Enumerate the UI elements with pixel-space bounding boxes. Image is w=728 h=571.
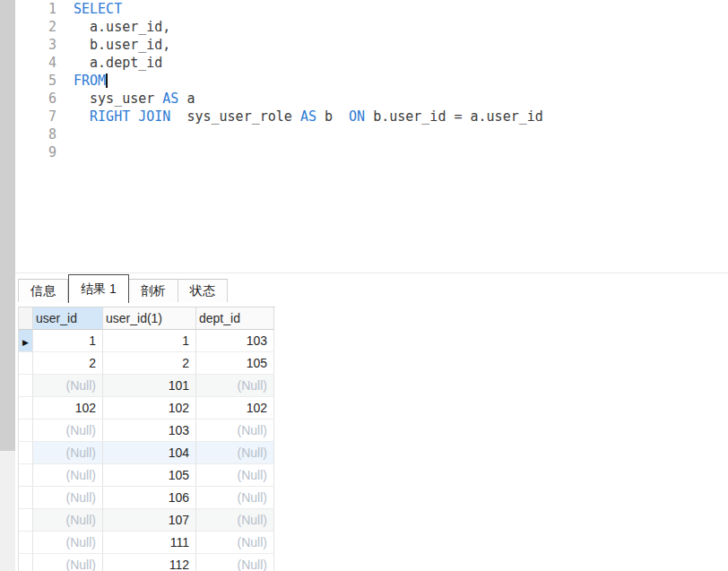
grid-cell[interactable]: (Null) bbox=[196, 442, 274, 464]
table-row-9: (Null)107(Null) bbox=[19, 509, 275, 532]
code-text bbox=[56, 125, 74, 143]
line-number: 3 bbox=[15, 36, 56, 54]
grid-cell[interactable]: (Null) bbox=[33, 375, 103, 397]
row-selector[interactable]: ▶ bbox=[19, 330, 33, 352]
grid-cell[interactable]: (Null) bbox=[196, 509, 274, 532]
row-selector[interactable] bbox=[19, 554, 33, 571]
grid-cell[interactable]: (Null) bbox=[196, 554, 274, 571]
line-number: 5 bbox=[15, 72, 56, 90]
code-line-5: 5FROM bbox=[15, 72, 728, 90]
grid-cell[interactable]: 112 bbox=[103, 554, 196, 571]
current-row-marker-icon: ▶ bbox=[22, 338, 29, 347]
grid-cell[interactable]: 104 bbox=[103, 442, 196, 464]
row-selector[interactable] bbox=[19, 442, 33, 464]
grid-cell[interactable]: (Null) bbox=[196, 375, 274, 397]
code-line-9: 9 bbox=[15, 143, 728, 161]
code-text: SELECT bbox=[56, 0, 122, 18]
grid-cell[interactable]: (Null) bbox=[33, 442, 103, 464]
sql-identifier: sys_user bbox=[74, 91, 162, 107]
grid-cell[interactable]: 2 bbox=[33, 352, 103, 375]
grid-cell[interactable]: 102 bbox=[103, 397, 196, 420]
grid-cell[interactable]: (Null) bbox=[196, 487, 274, 509]
sql-identifier: b.user_id = a.user_id bbox=[365, 108, 543, 125]
table-row-11: (Null)112(Null) bbox=[19, 554, 275, 571]
row-selector[interactable] bbox=[19, 397, 33, 420]
grid-cell[interactable]: 103 bbox=[103, 420, 196, 442]
code-line-8: 8 bbox=[15, 125, 728, 143]
sql-keyword: SELECT bbox=[74, 1, 122, 17]
sql-editor[interactable]: 1SELECT2 a.user_id,3 b.user_id,4 a.dept_… bbox=[15, 0, 728, 273]
grid-cell[interactable]: 111 bbox=[103, 532, 196, 554]
sql-keyword: RIGHT JOIN bbox=[90, 108, 170, 125]
app-window: 1SELECT2 a.user_id,3 b.user_id,4 a.dept_… bbox=[0, 0, 728, 571]
tab-info[interactable]: 信息 bbox=[18, 279, 68, 302]
row-selector[interactable] bbox=[19, 487, 33, 509]
code-line-2: 2 a.user_id, bbox=[15, 18, 728, 36]
code-text: RIGHT JOIN sys_user_role AS b ON b.user_… bbox=[56, 108, 543, 125]
table-row-1: ▶11103 bbox=[19, 330, 275, 352]
row-selector[interactable] bbox=[19, 509, 33, 532]
table-row-6: (Null)104(Null) bbox=[19, 442, 275, 464]
tab-profile[interactable]: 剖析 bbox=[129, 279, 178, 302]
code-text: FROM bbox=[56, 72, 108, 90]
sql-identifier: a bbox=[178, 91, 195, 107]
grid-cell[interactable]: 106 bbox=[103, 487, 196, 509]
grid-cell[interactable]: 101 bbox=[103, 375, 196, 397]
line-number: 4 bbox=[15, 54, 56, 72]
code-text: sys_user AS a bbox=[56, 90, 195, 108]
code-line-7: 7 RIGHT JOIN sys_user_role AS b ON b.use… bbox=[15, 108, 728, 125]
grid-header-row: user_iduser_id(1)dept_id bbox=[19, 307, 275, 330]
row-selector[interactable] bbox=[19, 352, 33, 375]
grid-cell[interactable]: (Null) bbox=[196, 532, 274, 554]
left-edge-strip-bottom bbox=[0, 451, 15, 571]
column-header-dept_id[interactable]: dept_id bbox=[196, 307, 274, 330]
sql-keyword: FROM bbox=[74, 73, 106, 89]
code-text: b.user_id, bbox=[56, 36, 170, 54]
grid-cell[interactable]: 1 bbox=[33, 330, 103, 352]
table-row-5: (Null)103(Null) bbox=[19, 420, 275, 442]
grid-cell[interactable]: (Null) bbox=[33, 464, 103, 487]
pane-divider bbox=[15, 273, 728, 273]
tab-result-1[interactable]: 结果 1 bbox=[68, 274, 129, 303]
grid-cell[interactable]: 107 bbox=[103, 509, 196, 532]
code-text: a.dept_id bbox=[56, 54, 162, 72]
column-header-user_id(1)[interactable]: user_id(1) bbox=[103, 307, 196, 330]
left-edge-strip bbox=[0, 0, 15, 451]
grid-cell[interactable]: 105 bbox=[103, 464, 196, 487]
grid-cell[interactable]: (Null) bbox=[33, 532, 103, 554]
tab-status[interactable]: 状态 bbox=[178, 279, 228, 302]
grid-cell[interactable]: (Null) bbox=[196, 420, 274, 442]
grid-cell[interactable]: (Null) bbox=[33, 487, 103, 509]
grid-cell[interactable]: 103 bbox=[196, 330, 274, 352]
row-selector[interactable] bbox=[19, 375, 33, 397]
grid-cell[interactable]: (Null) bbox=[33, 509, 103, 532]
row-selector[interactable] bbox=[19, 532, 33, 554]
code-line-1: 1SELECT bbox=[15, 0, 728, 18]
sql-keyword: ON bbox=[349, 108, 365, 125]
result-grid: user_iduser_id(1)dept_id▶1110322105(Null… bbox=[18, 307, 275, 571]
grid-cell[interactable]: (Null) bbox=[33, 420, 103, 442]
line-number: 6 bbox=[15, 90, 56, 108]
grid-cell[interactable]: 102 bbox=[196, 397, 274, 420]
sql-identifier bbox=[74, 108, 90, 125]
sql-identifier: sys_user_role bbox=[170, 108, 300, 125]
grid-cell[interactable]: (Null) bbox=[33, 554, 103, 571]
table-row-4: 102102102 bbox=[19, 397, 275, 420]
grid-cell[interactable]: 105 bbox=[196, 352, 274, 375]
sql-identifier: a.dept_id bbox=[74, 55, 162, 71]
sql-identifier: a.user_id, bbox=[74, 19, 170, 35]
grid-cell[interactable]: 102 bbox=[33, 397, 103, 420]
sql-keyword: AS bbox=[300, 108, 316, 125]
grid-cell[interactable]: 2 bbox=[103, 352, 196, 375]
line-number: 9 bbox=[15, 143, 56, 161]
select-all-corner[interactable] bbox=[19, 307, 33, 330]
grid-cell[interactable]: (Null) bbox=[196, 464, 274, 487]
line-number: 7 bbox=[15, 108, 56, 125]
code-line-4: 4 a.dept_id bbox=[15, 54, 728, 72]
code-line-3: 3 b.user_id, bbox=[15, 36, 728, 54]
line-number: 1 bbox=[15, 0, 56, 18]
column-header-user_id[interactable]: user_id bbox=[33, 307, 103, 330]
row-selector[interactable] bbox=[19, 464, 33, 487]
grid-cell[interactable]: 1 bbox=[103, 330, 196, 352]
row-selector[interactable] bbox=[19, 420, 33, 442]
